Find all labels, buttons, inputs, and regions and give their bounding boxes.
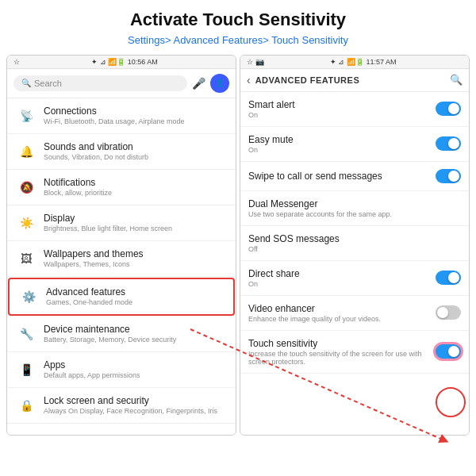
device-sub: Battery, Storage, Memory, Device securit… bbox=[44, 336, 228, 344]
settings-item-advanced[interactable]: ⚙️ Advanced features Games, One-handed m… bbox=[8, 278, 235, 316]
lock-icon: 🔒 bbox=[15, 394, 37, 416]
connections-icon: 📡 bbox=[15, 105, 37, 127]
apps-icon: 📱 bbox=[15, 359, 37, 381]
right-status-center: ✦ ⊿ 📶🔋 11:57 AM bbox=[330, 58, 397, 66]
settings-item-wallpapers[interactable]: 🖼 Wallpapers and themes Wallpapers, Them… bbox=[7, 241, 236, 277]
feature-video-enhancer[interactable]: Video enhancer Enhance the image quality… bbox=[240, 296, 469, 331]
advanced-title: Advanced features bbox=[46, 286, 225, 298]
right-status-bar: ☆ 📷 ✦ ⊿ 📶🔋 11:57 AM bbox=[240, 56, 469, 69]
feature-smart-alert[interactable]: Smart alert On bbox=[240, 92, 469, 127]
apps-sub: Default apps, App permissions bbox=[44, 371, 228, 379]
notifications-title: Notifications bbox=[44, 177, 228, 188]
search-label: Search bbox=[34, 79, 62, 88]
touch-sensitivity-title: Touch sensitivity bbox=[248, 338, 436, 349]
right-status-left: ☆ 📷 bbox=[247, 58, 264, 66]
settings-item-apps[interactable]: 📱 Apps Default apps, App permissions bbox=[7, 352, 236, 388]
sounds-title: Sounds and vibration bbox=[44, 141, 228, 152]
features-list: Smart alert On Easy mute On Swip bbox=[240, 92, 469, 435]
easy-mute-toggle[interactable] bbox=[436, 136, 461, 151]
apps-title: Apps bbox=[44, 359, 228, 370]
connections-sub: Wi-Fi, Bluetooth, Data usage, Airplane m… bbox=[44, 117, 228, 125]
settings-item-sounds[interactable]: 🔔 Sounds and vibration Sounds, Vibration… bbox=[7, 134, 236, 170]
direct-share-title: Direct share bbox=[248, 268, 436, 279]
smart-alert-sub: On bbox=[248, 111, 436, 119]
lock-title: Lock screen and security bbox=[44, 395, 228, 406]
swipe-call-toggle[interactable] bbox=[436, 169, 461, 183]
title-area: Activate Touch Sensitivity Settings> Adv… bbox=[0, 0, 476, 55]
feature-direct-share[interactable]: Direct share On bbox=[240, 261, 469, 296]
search-box[interactable]: 🔍 Search bbox=[13, 75, 187, 91]
touch-sensitivity-toggle[interactable] bbox=[436, 344, 461, 359]
lock-sub: Always On Display, Face Recognition, Fin… bbox=[44, 407, 228, 415]
mic-icon[interactable]: 🎤 bbox=[192, 77, 205, 90]
avatar-icon[interactable]: 👤 bbox=[210, 74, 229, 93]
connections-title: Connections bbox=[44, 106, 228, 117]
easy-mute-sub: On bbox=[248, 146, 436, 154]
feature-touch-sensitivity[interactable]: Touch sensitivity Increase the touch sen… bbox=[240, 331, 469, 374]
advanced-sub: Games, One-handed mode bbox=[46, 298, 225, 306]
send-sos-sub: Off bbox=[248, 245, 461, 253]
sounds-icon: 🔔 bbox=[15, 140, 37, 163]
feature-send-sos[interactable]: Send SOS messages Off bbox=[240, 226, 469, 261]
device-icon: 🔧 bbox=[15, 323, 37, 345]
search-right-icon[interactable]: 🔍 bbox=[450, 74, 463, 86]
display-icon: ☀️ bbox=[15, 212, 37, 234]
video-enhancer-toggle[interactable] bbox=[436, 305, 461, 320]
dual-messenger-sub: Use two separate accounts for the same a… bbox=[248, 210, 461, 218]
direct-share-sub: On bbox=[248, 280, 436, 288]
feature-easy-mute[interactable]: Easy mute On bbox=[240, 127, 469, 162]
video-enhancer-sub: Enhance the image quality of your videos… bbox=[248, 315, 436, 323]
feature-swipe-call[interactable]: Swipe to call or send messages bbox=[240, 162, 469, 191]
settings-item-display[interactable]: ☀️ Display Brightness, Blue light filter… bbox=[7, 205, 236, 241]
settings-item-lock[interactable]: 🔒 Lock screen and security Always On Dis… bbox=[7, 388, 236, 424]
swipe-call-title: Swipe to call or send messages bbox=[248, 171, 436, 182]
display-sub: Brightness, Blue light filter, Home scre… bbox=[44, 225, 228, 232]
settings-item-notifications[interactable]: 🔕 Notifications Block, allow, prioritize bbox=[7, 170, 236, 205]
wallpapers-icon: 🖼 bbox=[15, 248, 37, 270]
left-status-bar: ☆ ✦ ⊿ 📶🔋 10:56 AM bbox=[7, 56, 236, 69]
page-title: Activate Touch Sensitivity bbox=[16, 10, 460, 30]
notifications-sub: Block, allow, prioritize bbox=[44, 189, 228, 197]
settings-list: 📡 Connections Wi-Fi, Bluetooth, Data usa… bbox=[7, 98, 236, 435]
right-nav-bar: ‹ ADVANCED FEATURES 🔍 bbox=[240, 69, 469, 92]
wallpapers-sub: Wallpapers, Themes, Icons bbox=[44, 260, 228, 268]
left-nav-bar: 🔍 Search 🎤 👤 bbox=[7, 69, 236, 98]
settings-item-connections[interactable]: 📡 Connections Wi-Fi, Bluetooth, Data usa… bbox=[7, 98, 236, 134]
left-status-center: ✦ ⊿ 📶🔋 10:56 AM bbox=[91, 58, 158, 66]
phones-container: ☆ ✦ ⊿ 📶🔋 10:56 AM 🔍 Search 🎤 👤 📡 bbox=[0, 55, 476, 436]
easy-mute-title: Easy mute bbox=[248, 134, 436, 145]
send-sos-title: Send SOS messages bbox=[248, 233, 461, 244]
advanced-features-title: ADVANCED FEATURES bbox=[255, 75, 360, 85]
display-title: Display bbox=[44, 213, 228, 224]
settings-item-device[interactable]: 🔧 Device maintenance Battery, Storage, M… bbox=[7, 317, 236, 352]
touch-sensitivity-sub: Increase the touch sensitivity of the sc… bbox=[248, 350, 436, 366]
left-status-left: ☆ bbox=[13, 58, 20, 66]
device-title: Device maintenance bbox=[44, 324, 228, 335]
video-enhancer-title: Video enhancer bbox=[248, 303, 436, 314]
smart-alert-title: Smart alert bbox=[248, 99, 436, 110]
advanced-icon: ⚙️ bbox=[17, 286, 40, 308]
notifications-icon: 🔕 bbox=[15, 176, 37, 198]
smart-alert-toggle[interactable] bbox=[436, 102, 461, 116]
wallpapers-title: Wallpapers and themes bbox=[44, 248, 228, 259]
search-icon: 🔍 bbox=[21, 79, 31, 87]
right-phone-panel: ☆ 📷 ✦ ⊿ 📶🔋 11:57 AM ‹ ADVANCED FEATURES … bbox=[240, 55, 470, 436]
dual-messenger-title: Dual Messenger bbox=[248, 198, 461, 209]
sounds-sub: Sounds, Vibration, Do not disturb bbox=[44, 153, 228, 161]
direct-share-toggle[interactable] bbox=[436, 271, 461, 285]
page-subtitle: Settings> Advanced Features> Touch Sensi… bbox=[16, 33, 460, 48]
left-phone-panel: ☆ ✦ ⊿ 📶🔋 10:56 AM 🔍 Search 🎤 👤 📡 bbox=[6, 55, 236, 436]
back-arrow-icon[interactable]: ‹ bbox=[247, 74, 251, 86]
page-container: Activate Touch Sensitivity Settings> Adv… bbox=[0, 0, 476, 436]
feature-dual-messenger[interactable]: Dual Messenger Use two separate accounts… bbox=[240, 191, 469, 226]
